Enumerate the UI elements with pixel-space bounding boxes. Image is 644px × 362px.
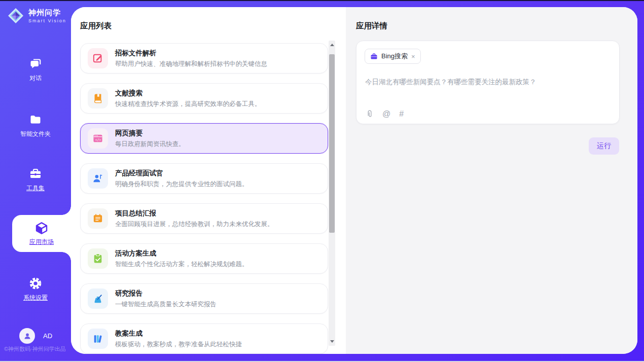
sidebar-item-label: 工具集 xyxy=(0,184,71,193)
app-card-webpage-summary[interactable]: </> 网页摘要 每日政府新闻资讯快查。 xyxy=(80,123,328,154)
sidebar: 神州问学 Smart Vision 对话 智能文件夹 工具集 应用市场 xyxy=(0,0,71,362)
person-icon xyxy=(23,332,32,341)
tool-chip-label: Bing搜索 xyxy=(381,52,408,61)
query-text[interactable]: 今日湖北有哪些新闻要点？有哪些需要关注的最新政策？ xyxy=(365,78,536,87)
chat-icon xyxy=(28,57,43,71)
app-icon-tile xyxy=(88,248,108,269)
app-card-bid-parse[interactable]: 招标文件解析 帮助用户快速、准确地理解和解析招标书中的关键信息 xyxy=(80,43,328,74)
books-icon xyxy=(92,333,104,345)
app-title: 研究报告 xyxy=(115,289,217,298)
avatar xyxy=(19,328,35,344)
tool-chip-bing-search[interactable]: Bing搜索 × xyxy=(365,49,421,64)
query-composer[interactable]: Bing搜索 × 今日湖北有哪些新闻要点？有哪些需要关注的最新政策？ @ # xyxy=(356,41,620,124)
gem-logo-icon xyxy=(7,7,24,24)
calendar-report-icon xyxy=(92,212,104,225)
sidebar-item-app-market[interactable]: 应用市场 xyxy=(12,215,71,252)
app-title: 产品经理面试官 xyxy=(115,169,248,178)
run-button[interactable]: 运行 xyxy=(589,137,619,155)
scroll-down-arrow-icon[interactable] xyxy=(329,338,335,345)
app-detail-title: 应用详情 xyxy=(356,21,387,31)
app-desc: 智能生成个性化活动方案，轻松解决规划难题。 xyxy=(115,260,248,269)
app-title: 活动方案生成 xyxy=(115,249,248,258)
app-title: 文献搜索 xyxy=(115,89,261,98)
interviewer-icon xyxy=(92,172,104,185)
app-title: 教案生成 xyxy=(115,329,242,338)
app-desc: 帮助用户快速、准确地理解和解析招标书中的关键信息 xyxy=(115,60,267,68)
app-desc: 模板驱动，教案秒成，教学准备从此轻松快捷 xyxy=(115,340,242,349)
app-list-title: 应用列表 xyxy=(80,21,112,31)
webpage-code-icon: </> xyxy=(92,132,104,144)
app-cards: 招标文件解析 帮助用户快速、准确地理解和解析招标书中的关键信息 文献搜索 快速精… xyxy=(80,43,328,354)
app-icon-tile: </> xyxy=(88,128,108,149)
window-top-edge xyxy=(0,0,644,1)
scroll-up-arrow-icon[interactable] xyxy=(329,42,335,48)
app-icon-tile xyxy=(88,168,108,189)
app-desc: 一键智能生成高质量长文本研究报告 xyxy=(115,300,217,309)
chip-close-icon[interactable]: × xyxy=(411,53,415,60)
app-card-project-summary[interactable]: 项目总结汇报 全面回顾项目进展，总结经验教训，助力未来优化发展。 xyxy=(80,203,328,234)
copyright-text: ©神州数码·神州问学出品 xyxy=(4,345,66,353)
mention-icon[interactable]: @ xyxy=(382,110,390,119)
app-title: 网页摘要 xyxy=(115,129,185,138)
scrollbar-thumb[interactable] xyxy=(329,54,335,233)
sidebar-item-toolset[interactable]: 工具集 xyxy=(0,167,71,193)
app-icon-tile xyxy=(88,48,108,68)
toolbox-icon xyxy=(28,167,43,181)
app-icon-tile xyxy=(88,88,108,108)
brand-subtitle: Smart Vision xyxy=(28,18,66,23)
sidebar-item-chat[interactable]: 对话 xyxy=(0,57,71,83)
ink-pen-icon xyxy=(92,293,104,305)
book-icon xyxy=(92,92,104,104)
app-list-panel: 应用列表 招标文件解析 帮助用户快速、准确地理解和解析招标书中的关键信息 xyxy=(71,7,346,354)
app-card-research-report[interactable]: 研究报告 一键智能生成高质量长文本研究报告 xyxy=(80,283,328,314)
clipboard-check-icon xyxy=(92,252,104,265)
composer-toolbar: @ # xyxy=(365,109,404,119)
app-icon-tile xyxy=(88,208,108,229)
app-card-lesson-plan[interactable]: 教案生成 模板驱动，教案秒成，教学准备从此轻松快捷 xyxy=(80,323,328,354)
app-detail-panel: 应用详情 Bing搜索 × 今日湖北有哪些新闻要点？有哪些需要关注的最新政策？ … xyxy=(346,7,637,354)
svg-text:</>: </> xyxy=(95,138,101,142)
sidebar-item-label: 智能文件夹 xyxy=(0,130,71,138)
sidebar-item-label: 对话 xyxy=(0,74,71,83)
app-desc: 全面回顾项目进展，总结经验教训，助力未来优化发展。 xyxy=(115,220,274,229)
app-icon-tile xyxy=(88,329,108,349)
app-card-pm-interviewer[interactable]: 产品经理面试官 明确身份和职责，为您提供专业性的面试问题。 xyxy=(80,163,328,194)
app-desc: 快速精准查找学术资源，提高研究效率的必备工具。 xyxy=(115,100,261,108)
sidebar-item-label: 系统设置 xyxy=(0,294,71,302)
bid-document-icon xyxy=(92,52,104,64)
app-card-literature-search[interactable]: 文献搜索 快速精准查找学术资源，提高研究效率的必备工具。 xyxy=(80,83,328,114)
main-content: 应用列表 招标文件解析 帮助用户快速、准确地理解和解析招标书中的关键信息 xyxy=(71,7,637,354)
user-account[interactable]: AD xyxy=(19,328,52,344)
paperclip-icon[interactable] xyxy=(365,109,374,119)
sidebar-item-smart-folder[interactable]: 智能文件夹 xyxy=(0,113,71,138)
app-title: 项目总结汇报 xyxy=(115,209,274,218)
app-desc: 每日政府新闻资讯快查。 xyxy=(115,140,185,149)
brand-logo: 神州问学 Smart Vision xyxy=(7,7,66,24)
folder-icon xyxy=(28,113,43,127)
brand-name: 神州问学 xyxy=(28,8,66,18)
app-icon-tile xyxy=(88,288,108,309)
app-desc: 明确身份和职责，为您提供专业性的面试问题。 xyxy=(115,180,248,189)
app-card-event-plan[interactable]: 活动方案生成 智能生成个性化活动方案，轻松解决规划难题。 xyxy=(80,243,328,274)
hash-icon[interactable]: # xyxy=(399,110,404,119)
briefcase-icon xyxy=(370,53,378,60)
user-initials: AD xyxy=(43,332,52,340)
app-list-scrollbar[interactable] xyxy=(329,41,335,346)
sidebar-item-label: 应用市场 xyxy=(12,238,71,246)
sidebar-item-settings[interactable]: 系统设置 xyxy=(0,276,71,302)
gear-icon xyxy=(28,276,43,291)
app-title: 招标文件解析 xyxy=(115,49,267,58)
cube-icon xyxy=(34,221,49,235)
